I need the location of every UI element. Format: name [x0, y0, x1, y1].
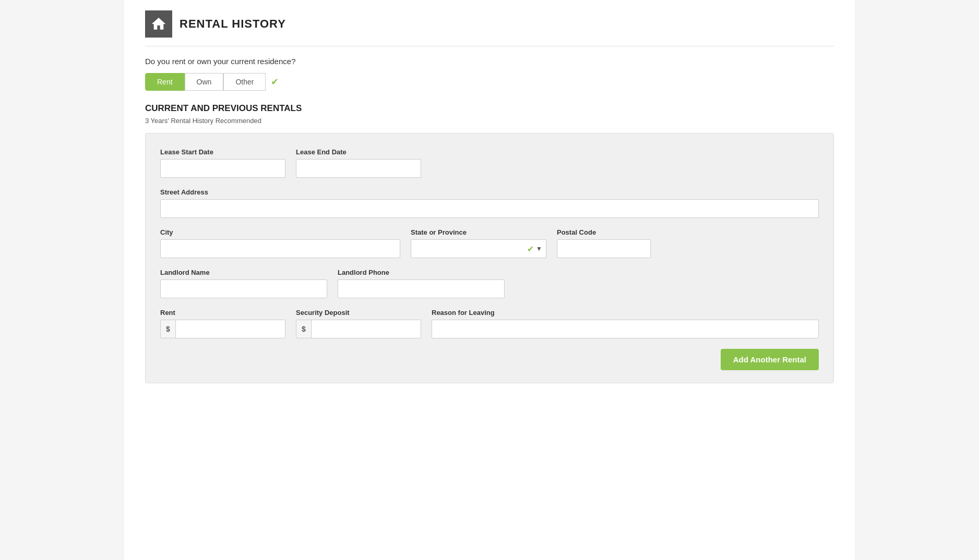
postal-group: Postal Code [557, 228, 651, 258]
rent-currency-input: $ [160, 320, 285, 338]
other-button[interactable]: Other [223, 73, 266, 91]
street-address-input[interactable] [160, 199, 819, 218]
lease-dates-row: Lease Start Date Lease End Date [160, 148, 819, 178]
landlord-name-group: Landlord Name [160, 269, 327, 298]
rent-currency-symbol: $ [161, 320, 176, 338]
financial-row: Rent $ Security Deposit $ Reason for Lea… [160, 309, 819, 338]
postal-label: Postal Code [557, 228, 651, 236]
deposit-group: Security Deposit $ [296, 309, 421, 338]
deposit-label: Security Deposit [296, 309, 421, 316]
residence-toggle-group: Rent Own Other ✔ [145, 73, 834, 91]
street-address-label: Street Address [160, 188, 819, 196]
lease-start-input[interactable] [160, 159, 285, 178]
section-title: CURRENT AND PREVIOUS RENTALS [145, 103, 834, 114]
state-select-wrapper: ✔ ▼ [411, 239, 546, 258]
street-address-group: Street Address [160, 188, 819, 218]
rent-button[interactable]: Rent [145, 73, 185, 91]
street-address-row: Street Address [160, 188, 819, 218]
lease-end-label: Lease End Date [296, 148, 421, 156]
page-title: RENTAL HISTORY [180, 17, 286, 31]
landlord-name-input[interactable] [160, 279, 327, 298]
rental-form-card: Lease Start Date Lease End Date Street A… [145, 133, 834, 383]
rent-label: Rent [160, 309, 285, 316]
reason-input[interactable] [432, 320, 819, 338]
deposit-input[interactable] [312, 320, 421, 338]
home-icon [145, 10, 172, 38]
deposit-currency-input: $ [296, 320, 421, 338]
lease-end-group: Lease End Date [296, 148, 421, 178]
lease-start-group: Lease Start Date [160, 148, 285, 178]
city-state-postal-row: City State or Province ✔ ▼ Postal Code [160, 228, 819, 258]
add-rental-row: Add Another Rental [160, 349, 819, 370]
residence-question: Do you rent or own your current residenc… [145, 57, 834, 66]
residence-check-icon: ✔ [271, 76, 279, 88]
reason-group: Reason for Leaving [432, 309, 819, 338]
landlord-row: Landlord Name Landlord Phone [160, 269, 819, 298]
reason-label: Reason for Leaving [432, 309, 819, 316]
lease-start-label: Lease Start Date [160, 148, 285, 156]
city-group: City [160, 228, 400, 258]
add-another-rental-button[interactable]: Add Another Rental [721, 349, 819, 370]
page-header: RENTAL HISTORY [145, 10, 834, 46]
deposit-currency-symbol: $ [296, 320, 312, 338]
landlord-phone-group: Landlord Phone [338, 269, 505, 298]
own-button[interactable]: Own [185, 73, 224, 91]
state-select[interactable] [411, 239, 546, 258]
landlord-name-label: Landlord Name [160, 269, 327, 276]
state-group: State or Province ✔ ▼ [411, 228, 546, 258]
lease-end-input[interactable] [296, 159, 421, 178]
landlord-phone-input[interactable] [338, 279, 505, 298]
city-input[interactable] [160, 239, 400, 258]
section-subtitle: 3 Years' Rental History Recommended [145, 117, 834, 125]
landlord-phone-label: Landlord Phone [338, 269, 505, 276]
rent-group: Rent $ [160, 309, 285, 338]
postal-input[interactable] [557, 239, 651, 258]
city-label: City [160, 228, 400, 236]
rent-input[interactable] [176, 320, 285, 338]
state-label: State or Province [411, 228, 546, 236]
